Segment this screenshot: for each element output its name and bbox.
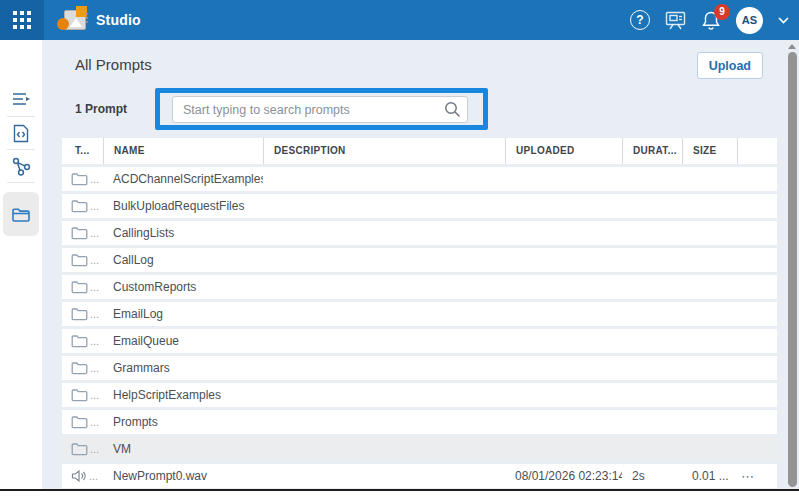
grid-icon: [13, 11, 31, 29]
row-type-cell: ...: [62, 334, 103, 348]
row-name: ACDChannelScriptExamples: [103, 172, 263, 186]
sidebar-item-code-file[interactable]: [0, 117, 42, 150]
screen-share-icon[interactable]: [665, 11, 686, 30]
folder-icon: [71, 253, 88, 267]
table-row[interactable]: ... EmailLog: [62, 302, 777, 326]
sidebar-divider: [7, 182, 35, 183]
col-header-type[interactable]: T...: [62, 138, 103, 164]
table-row[interactable]: ... ACDChannelScriptExamples: [62, 167, 777, 191]
row-name: CallLog: [103, 253, 263, 267]
row-name: EmailLog: [103, 307, 263, 321]
top-bar: Studio ? 9: [0, 0, 799, 40]
row-type-cell: ...: [62, 415, 103, 429]
row-uploaded: 08/01/2026 02:23:14: [505, 469, 622, 483]
main-content: All Prompts Upload 1 Prompt T... NAME DE…: [42, 40, 799, 489]
row-type-cell: ...: [62, 307, 103, 321]
row-type-cell: ...: [62, 280, 103, 294]
row-actions-menu[interactable]: ⋯: [737, 469, 777, 484]
prompts-table: T... NAME DESCRIPTION UPLOADED DURAT... …: [62, 138, 777, 491]
row-type-cell: ...: [62, 361, 103, 375]
row-name: VM: [103, 442, 263, 456]
table-row[interactable]: ... Prompts: [62, 410, 777, 434]
row-type-cell: ...: [62, 226, 103, 240]
studio-window: Studio ? 9: [0, 0, 799, 497]
code-file-icon: [13, 124, 29, 143]
col-header-uploaded[interactable]: UPLOADED: [505, 138, 622, 164]
folder-icon: [71, 280, 88, 294]
table-header: T... NAME DESCRIPTION UPLOADED DURAT... …: [62, 138, 777, 164]
folder-icon: [71, 388, 88, 402]
col-header-name[interactable]: NAME: [103, 138, 263, 164]
row-name: HelpScriptExamples: [103, 388, 263, 402]
sidebar-item-files[interactable]: [0, 192, 42, 236]
app-launcher-button[interactable]: [0, 0, 44, 40]
table-row[interactable]: ... VM: [62, 437, 777, 461]
row-type-cell: ...: [62, 442, 103, 456]
col-header-duration[interactable]: DURAT...: [622, 138, 682, 164]
app-title: Studio: [96, 0, 141, 40]
row-type-cell: ...: [62, 388, 103, 402]
scroll-up-arrow-icon[interactable]: [788, 44, 796, 49]
row-name: CallingLists: [103, 226, 263, 240]
audio-icon: [71, 469, 87, 483]
table-row[interactable]: ... CustomReports: [62, 275, 777, 299]
prompt-count: 1 Prompt: [75, 102, 127, 116]
row-name: CustomReports: [103, 280, 263, 294]
notification-badge: 9: [714, 4, 730, 20]
sidebar-item-script-list[interactable]: [0, 82, 42, 115]
table-body: ... ACDChannelScriptExamples ... BulkUpl…: [62, 167, 777, 488]
row-type-cell: ...: [62, 469, 103, 483]
folder-icon: [71, 199, 88, 213]
folder-icon: [71, 415, 88, 429]
sidebar-item-flow[interactable]: [0, 150, 42, 183]
folder-icon: [71, 226, 88, 240]
table-row[interactable]: ... EmailQueue: [62, 329, 777, 353]
topbar-actions: ? 9 AS: [630, 0, 789, 40]
folder-icon: [71, 334, 88, 348]
row-name: EmailQueue: [103, 334, 263, 348]
row-name: NewPrompt0.wav: [103, 469, 263, 483]
scrollbar-thumb[interactable]: [788, 52, 797, 487]
window-bottom-border: [0, 489, 799, 491]
row-name: Grammars: [103, 361, 263, 375]
search-field-wrap: [172, 96, 468, 123]
table-row[interactable]: ... CallLog: [62, 248, 777, 272]
search-icon[interactable]: [444, 101, 461, 122]
notifications-button[interactable]: 9: [701, 10, 721, 31]
script-list-icon: [11, 91, 31, 107]
table-row[interactable]: ... BulkUploadRequestFiles: [62, 194, 777, 218]
studio-logo: [57, 7, 89, 33]
folder-icon: [71, 442, 88, 456]
help-icon[interactable]: ?: [630, 10, 650, 30]
upload-button[interactable]: Upload: [697, 52, 763, 79]
folder-icon: [71, 361, 88, 375]
vertical-scrollbar[interactable]: [787, 42, 797, 487]
row-name: BulkUploadRequestFiles: [103, 199, 263, 213]
avatar[interactable]: AS: [736, 7, 763, 34]
left-sidebar: [0, 40, 42, 489]
folder-icon: [11, 206, 31, 223]
row-type-cell: ...: [62, 199, 103, 213]
row-name: Prompts: [103, 415, 263, 429]
folder-icon: [71, 172, 88, 186]
col-header-description[interactable]: DESCRIPTION: [263, 138, 505, 164]
col-header-actions: [737, 138, 777, 164]
row-type-cell: ...: [62, 172, 103, 186]
folder-icon: [71, 307, 88, 321]
table-row[interactable]: ... NewPrompt0.wav 08/01/2026 02:23:14 2…: [62, 464, 777, 488]
branch-icon: [12, 157, 31, 176]
col-header-size[interactable]: SIZE: [682, 138, 737, 164]
search-input[interactable]: [172, 96, 468, 123]
row-type-cell: ...: [62, 253, 103, 267]
table-row[interactable]: ... HelpScriptExamples: [62, 383, 777, 407]
avatar-menu-chevron-icon[interactable]: [778, 17, 789, 24]
row-size: 0.01 ...: [682, 469, 737, 483]
table-row[interactable]: ... CallingLists: [62, 221, 777, 245]
row-duration: 2s: [622, 469, 682, 483]
table-row[interactable]: ... Grammars: [62, 356, 777, 380]
page-title: All Prompts: [75, 56, 152, 73]
